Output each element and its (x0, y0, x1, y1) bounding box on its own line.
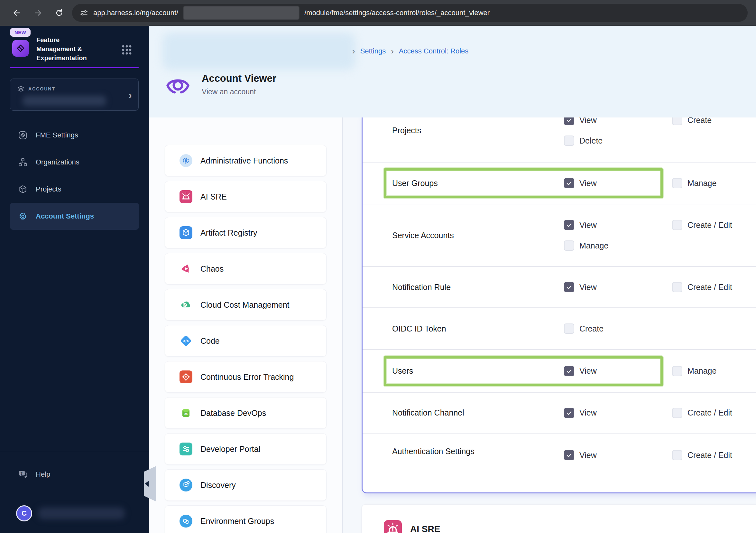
resource-label: User Groups (392, 179, 564, 188)
checkbox-view[interactable] (564, 178, 574, 188)
resource-label: Notification Channel (392, 408, 564, 417)
svg-text:?: ? (20, 471, 22, 475)
product-card-environment-groups[interactable]: Environment Groups (165, 505, 327, 533)
sidebar-item-organizations[interactable]: Organizations (0, 149, 149, 176)
back-button[interactable] (8, 5, 25, 21)
ai-sre-section-card[interactable]: AI SRE (362, 504, 756, 533)
error-tracking-icon (179, 371, 192, 383)
user-avatar[interactable]: C (16, 505, 32, 521)
product-card-code[interactable]: </>Code (165, 325, 327, 357)
role-permissions-content: Administrative FunctionsAI SREArtifact R… (149, 118, 756, 533)
checkbox-manage[interactable] (564, 240, 574, 251)
product-label: Chaos (201, 264, 224, 273)
sidebar-item-account-settings[interactable]: Account Settings (10, 203, 139, 230)
checkbox-manage[interactable] (672, 366, 682, 376)
permission-row-oidc-id-token: OIDC ID TokenCreate (363, 307, 756, 349)
artifact-registry-icon (179, 226, 192, 239)
sidebar-item-fme-settings[interactable]: FME Settings (0, 122, 149, 149)
code-icon: </> (179, 334, 192, 347)
cloud-cost-icon: $ (179, 298, 192, 311)
permission-label: View (580, 366, 597, 376)
checkbox-delete[interactable] (564, 135, 574, 146)
product-card-developer-portal[interactable]: Developer Portal (165, 433, 327, 465)
product-card-cloud-cost-management[interactable]: $Cloud Cost Management (165, 289, 327, 321)
permission-row-notification-channel: Notification ChannelViewCreate / Edit (363, 392, 756, 433)
permission-item: View (564, 217, 672, 233)
product-card-ai-sre[interactable]: AI SRE (165, 181, 327, 212)
checkbox-view[interactable] (564, 366, 574, 376)
org-chart-icon (18, 157, 28, 167)
app-grid-icon[interactable] (121, 44, 132, 57)
permission-item: View (564, 118, 672, 128)
account-scope-label: ACCOUNT (28, 86, 55, 91)
sidebar-item-label: Projects (36, 185, 61, 193)
permission-row-user-groups: User GroupsViewManage (363, 162, 756, 204)
checkbox-create-edit[interactable] (672, 408, 682, 418)
permission-label: Create / Edit (688, 283, 732, 292)
breadcrumb-settings-link[interactable]: Settings (360, 47, 386, 55)
sidebar-item-label: Account Settings (36, 212, 94, 220)
product-card-chaos[interactable]: Chaos (165, 253, 327, 285)
permission-label: View (580, 408, 597, 417)
back-arrow-icon (12, 8, 21, 18)
permission-item: Create (672, 118, 712, 128)
permission-label: View (580, 220, 597, 230)
site-info-icon[interactable] (80, 9, 88, 17)
checkbox-create[interactable] (672, 118, 682, 125)
permission-label: Manage (688, 366, 716, 376)
product-card-database-devops[interactable]: ∞Database DevOps (165, 397, 327, 429)
permission-label: Create / Edit (688, 451, 732, 460)
breadcrumb: › Settings › Access Control: Roles (352, 47, 469, 55)
product-card-discovery[interactable]: Discovery (165, 469, 327, 501)
product-label: Code (201, 336, 220, 346)
svg-text:∞: ∞ (184, 411, 188, 416)
permission-item: Create (564, 320, 672, 337)
permission-item: View (564, 363, 672, 379)
sidebar-item-help[interactable]: ? Help (0, 461, 149, 488)
permission-item: View (564, 447, 672, 463)
ai-sre-section-title: AI SRE (410, 520, 440, 533)
product-label: Discovery (201, 481, 236, 490)
product-title: Feature Management & Experimentation (36, 35, 87, 63)
permission-item: Create / Edit (672, 217, 732, 233)
checkbox-create-edit[interactable] (672, 450, 682, 460)
cube-icon (18, 184, 28, 194)
permission-item: Delete (564, 132, 672, 149)
reload-button[interactable] (51, 5, 68, 21)
sidebar: NEW Feature Management & Experimentation… (0, 26, 149, 533)
checkbox-view[interactable] (564, 450, 574, 460)
checkbox-view[interactable] (564, 408, 574, 418)
permission-label: Create / Edit (688, 220, 732, 230)
chevron-right-icon: › (391, 48, 394, 55)
address-bar[interactable]: app.harness.io/ng/account/ /module/fme/s… (72, 4, 748, 22)
permission-label: View (580, 451, 597, 460)
discovery-icon (179, 479, 192, 491)
permission-row-notification-rule: Notification RuleViewCreate / Edit (363, 266, 756, 307)
permission-label: Create (688, 118, 712, 125)
chevron-right-icon: › (129, 90, 132, 101)
checkbox-create[interactable] (564, 323, 574, 334)
sidebar-item-projects[interactable]: Projects (0, 176, 149, 203)
checkbox-view[interactable] (564, 282, 574, 292)
permission-item: Manage (672, 363, 716, 379)
product-label: Database DevOps (201, 408, 266, 418)
checkbox-view[interactable] (564, 220, 574, 230)
checkbox-manage[interactable] (672, 178, 682, 188)
checkbox-create-edit[interactable] (672, 220, 682, 230)
help-label: Help (36, 470, 50, 479)
product-card-administrative-functions[interactable]: Administrative Functions (165, 145, 327, 176)
permission-item: Create / Edit (672, 405, 732, 421)
account-scope-selector[interactable]: ACCOUNT › (10, 78, 139, 111)
checkbox-create-edit[interactable] (672, 282, 682, 292)
chaos-icon (179, 262, 192, 275)
checkbox-view[interactable] (564, 118, 574, 125)
product-card-artifact-registry[interactable]: Artifact Registry (165, 217, 327, 248)
forward-button[interactable] (30, 5, 46, 21)
forward-arrow-icon (33, 8, 43, 18)
product-label: Administrative Functions (201, 156, 288, 165)
reload-icon (55, 8, 64, 17)
breadcrumb-roles-link[interactable]: Access Control: Roles (399, 47, 469, 55)
browser-toolbar: app.harness.io/ng/account/ /module/fme/s… (0, 0, 756, 26)
product-card-continuous-error-tracking[interactable]: Continuous Error Tracking (165, 361, 327, 393)
permission-label: Manage (580, 241, 608, 250)
